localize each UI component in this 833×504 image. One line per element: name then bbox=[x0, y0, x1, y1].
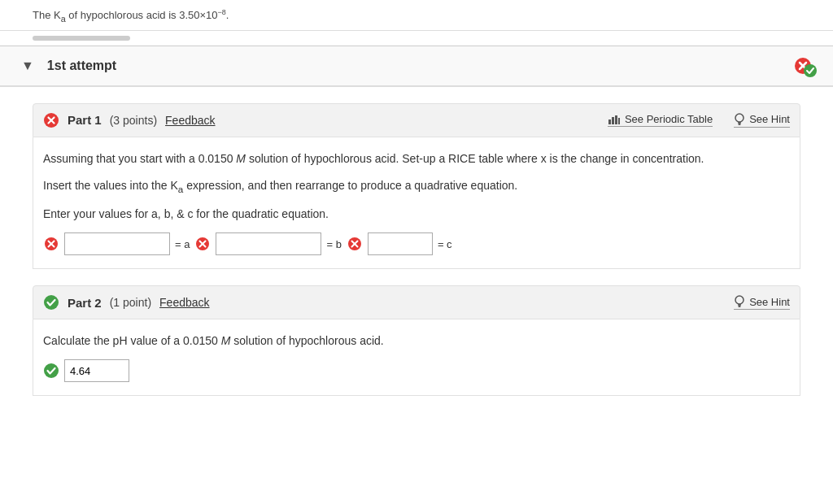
c-status-icon bbox=[347, 236, 363, 252]
part2-see-hint-button[interactable]: See Hint bbox=[734, 295, 790, 310]
label-a: = a bbox=[175, 238, 190, 250]
top-bar: The Ka of hypochlorous acid is 3.50×10−8… bbox=[0, 0, 833, 31]
ka-sub2: a bbox=[178, 184, 183, 194]
attempt-label: 1st attempt bbox=[47, 59, 794, 73]
part2-see-hint-label: See Hint bbox=[749, 296, 790, 308]
bar-chart-icon bbox=[608, 114, 621, 125]
answer-status-icon bbox=[43, 363, 59, 379]
part2-status-icon bbox=[43, 294, 59, 311]
hint-bulb-icon bbox=[734, 113, 745, 126]
svg-rect-10 bbox=[618, 118, 620, 124]
label-c: = c bbox=[438, 238, 452, 250]
input-a[interactable] bbox=[64, 232, 170, 255]
part1-body: Assuming that you start with a 0.0150 M … bbox=[33, 137, 800, 269]
part1-desc2: Insert the values into the Ka expression… bbox=[43, 177, 790, 196]
see-periodic-table-label: See Periodic Table bbox=[625, 113, 713, 125]
attempt-result-icon bbox=[794, 54, 817, 77]
label-b: = b bbox=[326, 238, 341, 250]
part1-section: Part 1 (3 points) Feedback See Periodic … bbox=[33, 103, 800, 269]
svg-rect-9 bbox=[615, 115, 617, 124]
see-periodic-table-button[interactable]: See Periodic Table bbox=[608, 113, 713, 127]
input-c[interactable] bbox=[368, 232, 433, 255]
part1-title: Part 1 bbox=[68, 113, 102, 127]
answer-row bbox=[43, 359, 790, 382]
part2-header: Part 2 (1 point) Feedback See Hint bbox=[33, 285, 800, 319]
part2-feedback-label: Feedback bbox=[159, 296, 209, 309]
part2-feedback-button[interactable]: Feedback bbox=[159, 296, 209, 309]
answer-input[interactable] bbox=[64, 359, 129, 382]
ka-subscript: a bbox=[61, 14, 66, 24]
collapse-button[interactable]: ▼ bbox=[16, 57, 39, 75]
part1-points: (3 points) bbox=[110, 114, 157, 127]
collapse-icon: ▼ bbox=[21, 59, 34, 72]
input-b[interactable] bbox=[216, 232, 321, 255]
part2-desc: Calculate the pH value of a 0.0150 M sol… bbox=[43, 332, 790, 350]
part2-section: Part 2 (1 point) Feedback See Hint Calcu… bbox=[33, 285, 800, 396]
part1-feedback-label: Feedback bbox=[165, 114, 215, 127]
svg-point-24 bbox=[44, 295, 59, 310]
a-status-icon bbox=[43, 236, 59, 252]
part2-title: Part 2 bbox=[68, 296, 102, 310]
svg-point-25 bbox=[735, 296, 744, 304]
attempt-row: ▼ 1st attempt bbox=[0, 46, 833, 87]
svg-point-3 bbox=[804, 64, 817, 77]
svg-point-29 bbox=[44, 363, 59, 378]
svg-rect-7 bbox=[608, 119, 611, 124]
part1-status-icon bbox=[43, 112, 59, 128]
part1-see-hint-button[interactable]: See Hint bbox=[734, 113, 790, 128]
svg-point-11 bbox=[735, 114, 744, 122]
b-status-icon bbox=[194, 236, 211, 252]
part1-see-hint-label: See Hint bbox=[749, 113, 790, 125]
part1-header: Part 1 (3 points) Feedback See Periodic … bbox=[33, 103, 800, 137]
part1-enter-label: Enter your values for a, b, & c for the … bbox=[43, 206, 790, 223]
svg-rect-8 bbox=[612, 117, 614, 124]
ka-superscript: −8 bbox=[218, 8, 226, 16]
equation-row: = a = b = c bbox=[43, 232, 790, 255]
part2-points: (1 point) bbox=[110, 296, 151, 309]
ka-text: The Ka of hypochlorous acid is 3.50×10−8… bbox=[33, 9, 229, 21]
period-text: . bbox=[226, 9, 229, 21]
hint-bulb-icon2 bbox=[734, 295, 745, 308]
part1-desc1: Assuming that you start with a 0.0150 M … bbox=[43, 150, 790, 167]
part2-body: Calculate the pH value of a 0.0150 M sol… bbox=[33, 319, 800, 396]
part1-feedback-button[interactable]: Feedback bbox=[165, 114, 215, 127]
